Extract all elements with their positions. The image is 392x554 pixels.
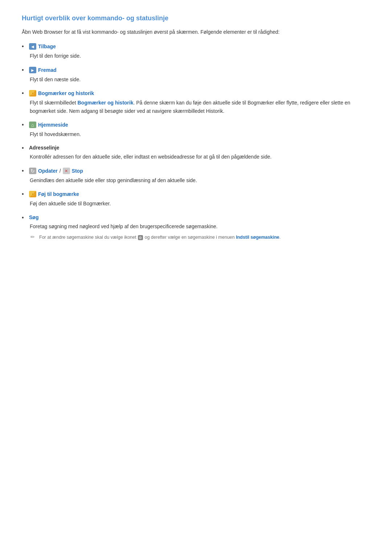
page-title: Hurtigt overblik over kommando- og statu… [22,15,370,22]
opdater-stop-desc: Genindlæs den aktuelle side eller stop g… [29,176,370,184]
items-list: Tilbage Flyt til den forrige side. Frema… [22,43,370,241]
adresselinje-desc: Kontrollér adressen for den aktuelle sid… [29,153,370,161]
foj-bogmaerke-desc: Føj den aktuelle side til Bogmærker. [29,200,370,208]
refresh-icon [29,168,36,174]
bookmark-icon [29,90,36,97]
list-item-adresselinje: Adresselinje Kontrollér adressen for den… [22,145,370,161]
intro-paragraph: Åbn Web Browser for at få vist kommando-… [22,28,370,36]
sog-note-prefix: For at ændre søgemaskine skal du vælge i… [39,235,136,240]
bogmaerker-label: Bogmærker og historik [38,90,94,96]
pencil-icon: ✏ [30,234,36,240]
gear-icon [138,235,143,240]
tilbage-desc: Flyt til den forrige side. [29,52,370,60]
sog-label: Søg [29,214,38,220]
adresselinje-label: Adresselinje [29,145,59,151]
forward-icon [29,67,36,73]
list-item-fremad: Fremad Flyt til den næste side. [22,67,370,83]
hjemmeside-desc: Flyt til hovedskærmen. [29,130,370,138]
bogmaerker-link[interactable]: Bogmærker og historik [77,100,133,106]
indstil-sogemaskine-link[interactable]: Indstil søgemaskine [236,235,279,240]
list-item-bogmaerker: Bogmærker og historik Flyt til skærmbill… [22,90,370,115]
sog-desc: Foretag søgning med nøgleord ved hjælp a… [29,222,370,230]
opdater-label: Opdater [38,168,58,174]
foj-bogmaerke-label: Føj til bogmærke [38,191,79,197]
sog-note-text: For at ændre søgemaskine skal du vælge i… [39,234,281,241]
sog-note-middle: og derefter vælge en søgemaskine i menue… [144,235,234,240]
bogmaerker-desc: Flyt til skærmbilledet Bogmærker og hist… [29,99,370,115]
list-item-sog: Søg Foretag søgning med nøgleord ved hjæ… [22,214,370,241]
fremad-desc: Flyt til den næste side. [29,75,370,83]
list-item-tilbage: Tilbage Flyt til den forrige side. [22,43,370,60]
tilbage-label: Tilbage [38,44,56,49]
addbookmark-icon [29,191,36,197]
bogmaerker-desc-prefix: Flyt til skærmbilledet [30,100,77,106]
list-item-foj-bogmaerke: Føj til bogmærke Føj den aktuelle side t… [22,191,370,208]
sog-note-row: ✏ For at ændre søgemaskine skal du vælge… [29,234,370,241]
list-item-hjemmeside: Hjemmeside Flyt til hovedskærmen. [22,122,370,138]
stop-icon [63,168,70,174]
home-icon [29,122,36,128]
opdater-stop-separator: / [60,168,61,174]
hjemmeside-label: Hjemmeside [38,122,68,128]
back-icon [29,43,36,50]
fremad-label: Fremad [38,67,57,73]
sog-note-suffix: . [279,235,281,240]
list-item-opdater-stop: Opdater / Stop Genindlæs den aktuelle si… [22,168,370,184]
stop-label: Stop [72,168,83,174]
